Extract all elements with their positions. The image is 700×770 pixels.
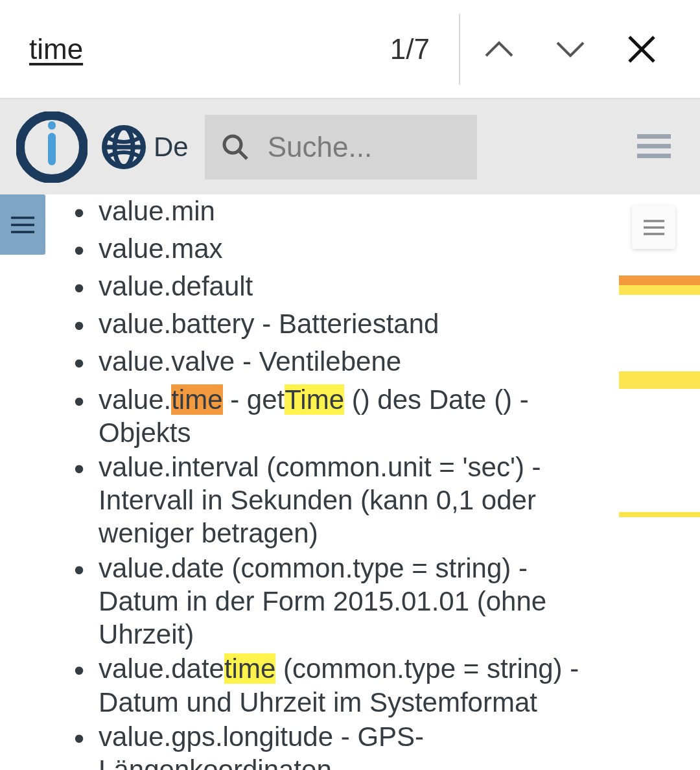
svg-point-8 — [224, 136, 241, 153]
find-close-button[interactable] — [606, 0, 677, 98]
doc-content: value.min value.max value.default value.… — [71, 194, 609, 770]
site-logo[interactable] — [3, 111, 100, 183]
list-item: value.date (common.type = string) - Datu… — [71, 552, 609, 651]
scroll-marker — [619, 512, 700, 517]
close-icon — [627, 34, 657, 64]
chevron-down-icon — [554, 40, 587, 59]
find-next-button[interactable] — [535, 0, 606, 98]
svg-rect-3 — [48, 133, 56, 165]
globe-icon — [100, 124, 147, 170]
divider — [459, 14, 460, 85]
scroll-marker — [619, 379, 700, 389]
left-sidebar-toggle[interactable] — [0, 194, 45, 255]
language-selector[interactable]: De — [100, 124, 189, 170]
svg-rect-11 — [637, 144, 671, 148]
hamburger-icon — [637, 133, 671, 159]
site-header: De Suche... — [0, 99, 700, 194]
list-item: value.datetime (common.type = string) - … — [71, 652, 609, 718]
list-item: value.valve - Ventilebene — [71, 345, 609, 381]
svg-rect-12 — [637, 154, 671, 158]
main-menu-button[interactable] — [637, 133, 671, 161]
hamburger-icon — [10, 215, 36, 235]
scrollbar-find-markers — [618, 194, 700, 770]
list-item: value.default — [71, 270, 609, 306]
find-in-page-bar: time 1/7 — [0, 0, 700, 99]
svg-rect-10 — [637, 134, 671, 139]
list-item: value.gps.longitude - GPS-Längenkoordina… — [71, 720, 609, 770]
search-icon — [221, 133, 250, 161]
list-item: value.min — [71, 194, 609, 231]
scroll-marker-active — [619, 275, 700, 285]
find-match: time — [224, 653, 275, 684]
language-label: De — [154, 132, 189, 163]
find-input[interactable]: time — [29, 33, 390, 65]
list-item: value.battery - Batteriestand — [71, 307, 609, 344]
list-item: value.max — [71, 232, 609, 268]
find-prev-button[interactable] — [463, 0, 535, 98]
find-count: 1/7 — [390, 33, 430, 65]
find-match-active: time — [171, 384, 222, 415]
find-match: Time — [285, 384, 344, 415]
iobroker-logo-icon — [16, 111, 88, 183]
scroll-marker — [619, 285, 700, 295]
search-placeholder: Suche... — [268, 131, 372, 163]
svg-line-9 — [239, 151, 247, 159]
chevron-up-icon — [483, 40, 515, 59]
list-item: value.time - getTime () des Date () - Ob… — [71, 383, 609, 449]
list-item: value.interval (common.unit = 'sec') - I… — [71, 450, 609, 550]
svg-rect-4 — [48, 121, 56, 130]
site-search[interactable]: Suche... — [205, 115, 477, 180]
